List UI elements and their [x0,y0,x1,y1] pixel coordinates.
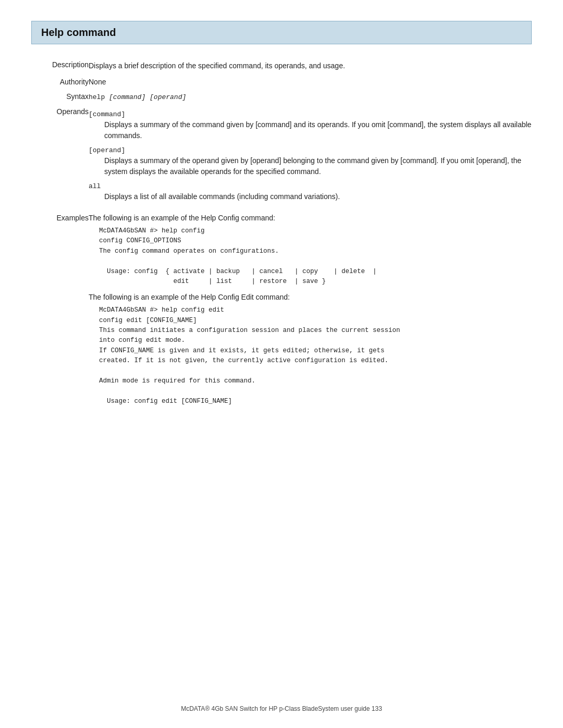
syntax-params: [command] [operand] [109,93,186,101]
operand-operand-desc: Displays a summary of the operand given … [104,155,532,177]
main-content: Description Displays a brief description… [31,59,532,413]
page-title-bar: Help command [31,21,532,44]
operand-all-term: all [89,182,532,190]
operand-all-block: all Displays a list of all available com… [89,182,532,202]
example2-code: McDATA4GbSAN #> help config edit config … [99,305,532,406]
page-footer: McDATA® 4Gb SAN Switch for HP p-Class Bl… [0,705,563,712]
examples-content: The following is an example of the Help … [89,212,532,413]
operand-command-desc: Displays a summary of the command given … [104,119,532,141]
description-text: Displays a brief description of the spec… [89,59,532,73]
operand-operand-term: [operand] [89,146,532,154]
operand-command-block: [command] Displays a summary of the comm… [89,110,532,141]
example1-code: McDATA4GbSAN #> help config config CONFI… [99,226,532,287]
authority-row: Authority None [31,76,532,88]
syntax-value: help [command] [operand] [89,91,532,103]
authority-label: Authority [31,76,89,88]
examples-row: Examples The following is an example of … [31,212,532,413]
example2-intro: The following is an example of the Help … [89,293,532,301]
description-label: Description [31,59,89,73]
operand-all-desc: Displays a list of all available command… [104,191,532,202]
operand-operand-block: [operand] Displays a summary of the oper… [89,146,532,177]
syntax-label: Syntax [31,91,89,103]
operands-content: [command] Displays a summary of the comm… [89,106,532,209]
example1-intro: The following is an example of the Help … [89,214,532,222]
operand-command-term: [command] [89,110,532,118]
description-row: Description Displays a brief description… [31,59,532,73]
page-title: Help command [41,27,522,39]
operands-row: Operands [command] Displays a summary of… [31,106,532,209]
operands-label: Operands [31,106,89,209]
syntax-row: Syntax help [command] [operand] [31,91,532,103]
examples-label: Examples [31,212,89,413]
footer-text: McDATA® 4Gb SAN Switch for HP p-Class Bl… [181,705,382,712]
syntax-command: help [89,93,109,101]
authority-text: None [89,76,532,88]
